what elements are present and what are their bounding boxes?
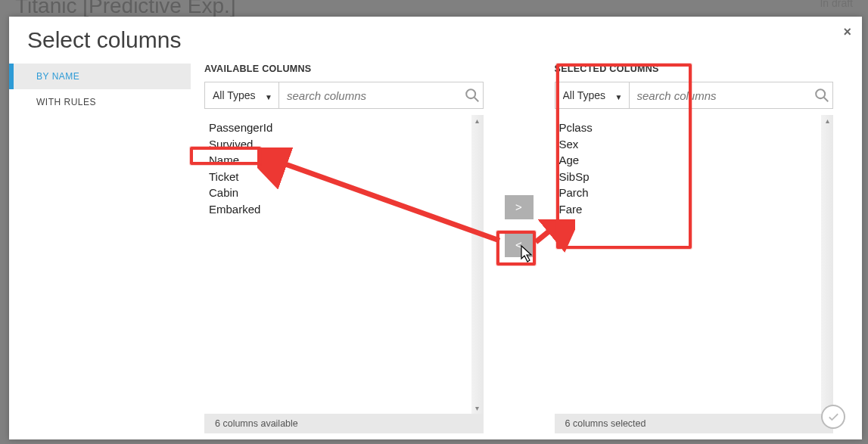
svg-line-3 bbox=[824, 98, 829, 102]
available-panel: AVAILABLE COLUMNS All Types ▼ PassengerI… bbox=[191, 64, 497, 433]
sidebar-item-by-name[interactable]: BY NAME bbox=[9, 64, 191, 89]
list-item[interactable]: Age bbox=[556, 152, 820, 169]
available-footer: 6 columns available bbox=[204, 414, 484, 433]
list-item[interactable]: Parch bbox=[556, 185, 820, 201]
check-icon bbox=[827, 411, 840, 424]
selected-list-wrap: PclassSexAgeSibSpParchFare ▴▾ bbox=[555, 115, 834, 414]
scrollbar[interactable]: ▴▾ bbox=[471, 115, 484, 414]
selected-type-select[interactable]: All Types bbox=[555, 82, 630, 108]
close-icon[interactable]: × bbox=[843, 24, 851, 40]
available-heading: AVAILABLE COLUMNS bbox=[204, 64, 493, 74]
list-item[interactable]: Embarked bbox=[206, 201, 470, 218]
search-icon[interactable] bbox=[462, 87, 483, 104]
selected-search-input[interactable] bbox=[630, 82, 812, 108]
available-search-row: All Types ▼ bbox=[204, 82, 484, 109]
svg-point-2 bbox=[816, 89, 825, 98]
mode-sidebar: BY NAME WITH RULES bbox=[9, 64, 191, 433]
experiment-status: In draft bbox=[820, 0, 853, 17]
svg-line-1 bbox=[474, 98, 478, 102]
list-item[interactable]: Ticket bbox=[206, 169, 470, 185]
available-list[interactable]: PassengerIdSurvivedNameTicketCabinEmbark… bbox=[204, 115, 471, 414]
list-item[interactable]: Pclass bbox=[556, 120, 820, 136]
select-columns-dialog: × Select columns BY NAME WITH RULES AVAI… bbox=[9, 17, 862, 439]
list-item[interactable]: SibSp bbox=[556, 169, 820, 185]
columns-panels: AVAILABLE COLUMNS All Types ▼ PassengerI… bbox=[191, 64, 862, 433]
available-type-select[interactable]: All Types bbox=[205, 82, 279, 108]
list-item[interactable]: Survived bbox=[206, 136, 470, 153]
selected-panel: SELECTED COLUMNS All Types ▼ PclassSexAg… bbox=[541, 64, 848, 433]
list-item[interactable]: Cabin bbox=[206, 185, 470, 201]
selected-heading: SELECTED COLUMNS bbox=[555, 64, 843, 74]
selected-search-row: All Types ▼ bbox=[555, 82, 834, 109]
available-search-input[interactable] bbox=[279, 82, 462, 108]
selected-list[interactable]: PclassSexAgeSibSpParchFare bbox=[555, 115, 822, 414]
svg-point-0 bbox=[466, 89, 475, 98]
sidebar-item-label: BY NAME bbox=[36, 71, 79, 82]
move-left-button[interactable]: < bbox=[505, 233, 534, 257]
dialog-title: Select columns bbox=[9, 17, 862, 64]
list-item[interactable]: Name bbox=[206, 152, 470, 169]
sidebar-item-label: WITH RULES bbox=[36, 97, 96, 107]
list-item[interactable]: Sex bbox=[556, 136, 820, 153]
move-right-button[interactable]: > bbox=[505, 195, 534, 219]
list-item[interactable]: PassengerId bbox=[206, 120, 470, 136]
dialog-content: BY NAME WITH RULES AVAILABLE COLUMNS All… bbox=[9, 64, 862, 433]
background-header: Titanic [Predictive Exp.] In draft bbox=[0, 0, 868, 17]
list-item[interactable]: Fare bbox=[556, 201, 820, 218]
mover-buttons: > < bbox=[497, 64, 541, 433]
selected-footer: 6 columns selected bbox=[555, 414, 834, 433]
scrollbar[interactable]: ▴▾ bbox=[821, 115, 833, 414]
search-icon[interactable] bbox=[811, 87, 832, 104]
confirm-button[interactable] bbox=[821, 405, 845, 429]
experiment-title: Titanic [Predictive Exp.] bbox=[15, 0, 236, 17]
available-list-wrap: PassengerIdSurvivedNameTicketCabinEmbark… bbox=[204, 115, 484, 414]
sidebar-item-with-rules[interactable]: WITH RULES bbox=[9, 89, 191, 115]
